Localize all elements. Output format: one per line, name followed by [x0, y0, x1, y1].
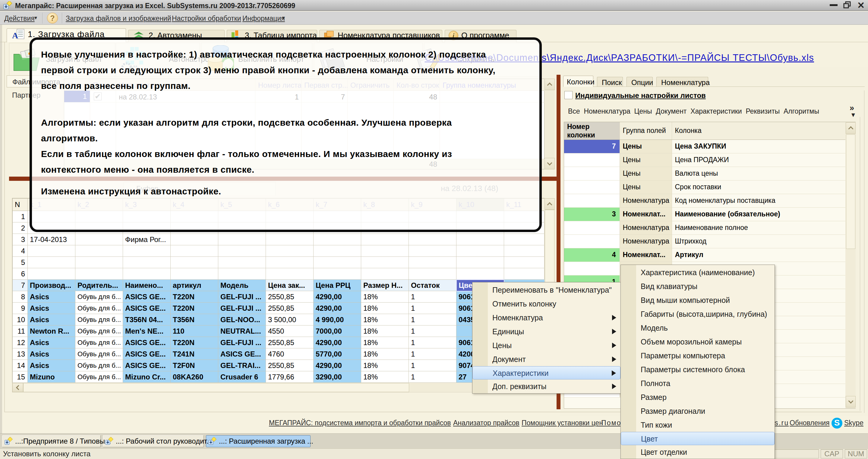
svg-text:A: A: [12, 31, 19, 40]
